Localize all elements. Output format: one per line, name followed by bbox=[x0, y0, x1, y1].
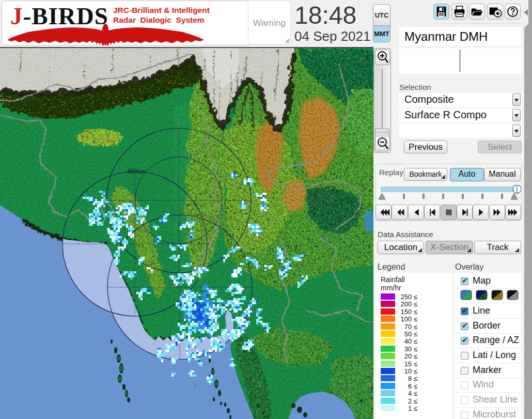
svg-text:450km: 450km bbox=[127, 168, 146, 175]
